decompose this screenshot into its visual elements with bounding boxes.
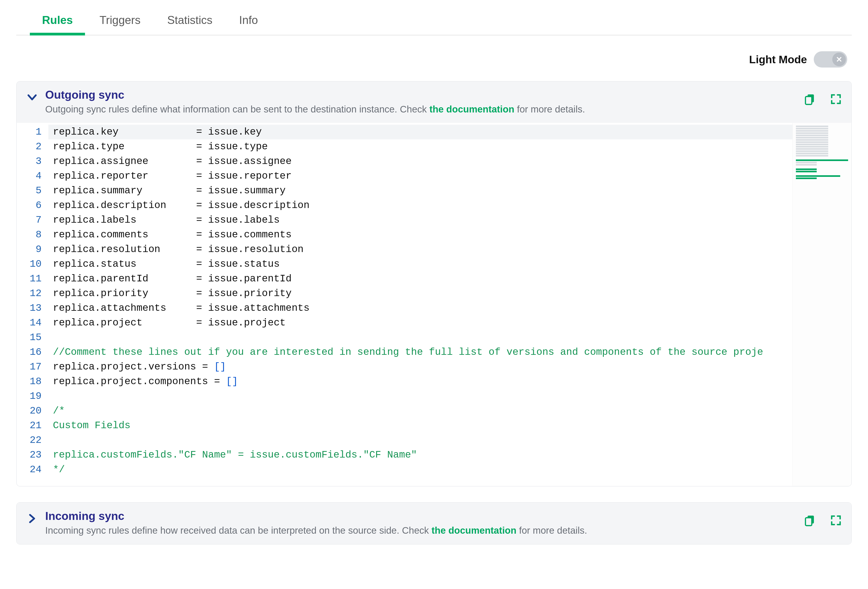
- outgoing-sync-header: Outgoing sync Outgoing sync rules define…: [17, 81, 851, 123]
- incoming-desc-after: for more details.: [517, 525, 587, 536]
- light-mode-toggle[interactable]: ✕: [814, 51, 847, 68]
- tab-statistics[interactable]: Statistics: [166, 9, 213, 35]
- incoming-sync-title: Incoming sync: [45, 509, 797, 523]
- outgoing-doc-link[interactable]: the documentation: [430, 104, 514, 115]
- close-icon: ✕: [832, 53, 846, 66]
- svg-rect-1: [805, 96, 812, 105]
- tabs-bar: Rules Triggers Statistics Info: [16, 0, 852, 35]
- outgoing-desc-before: Outgoing sync rules define what informat…: [45, 104, 430, 115]
- fullscreen-icon[interactable]: [830, 93, 842, 106]
- outgoing-desc-after: for more details.: [514, 104, 585, 115]
- line-gutter: 123456789101112131415161718192021222324: [17, 123, 49, 486]
- chevron-right-icon[interactable]: [26, 512, 38, 525]
- tab-triggers[interactable]: Triggers: [99, 9, 142, 35]
- light-mode-label: Light Mode: [749, 53, 807, 66]
- outgoing-sync-description: Outgoing sync rules define what informat…: [45, 103, 797, 116]
- incoming-sync-description: Incoming sync rules define how received …: [45, 524, 797, 537]
- copy-icon[interactable]: [803, 514, 816, 527]
- code-area[interactable]: replica.key = issue.keyreplica.type = is…: [49, 123, 793, 486]
- minimap[interactable]: [793, 123, 851, 486]
- incoming-sync-panel: Incoming sync Incoming sync rules define…: [16, 502, 852, 545]
- chevron-down-icon[interactable]: [26, 91, 38, 104]
- incoming-doc-link[interactable]: the documentation: [431, 525, 517, 536]
- fullscreen-icon[interactable]: [830, 514, 842, 527]
- incoming-sync-header: Incoming sync Incoming sync rules define…: [17, 503, 851, 544]
- incoming-desc-before: Incoming sync rules define how received …: [45, 525, 431, 536]
- tab-info[interactable]: Info: [238, 9, 259, 35]
- outgoing-sync-title: Outgoing sync: [45, 88, 797, 102]
- outgoing-sync-panel: Outgoing sync Outgoing sync rules define…: [16, 81, 852, 486]
- code-editor[interactable]: 123456789101112131415161718192021222324 …: [17, 123, 851, 486]
- copy-icon[interactable]: [803, 93, 816, 106]
- mode-toggle-row: Light Mode ✕: [16, 35, 852, 81]
- tab-rules[interactable]: Rules: [41, 9, 74, 35]
- svg-rect-3: [805, 518, 812, 526]
